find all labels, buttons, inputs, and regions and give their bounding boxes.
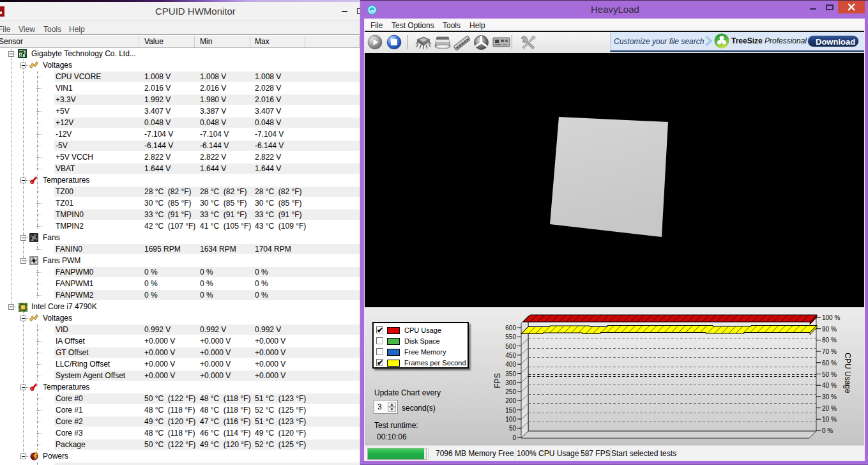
svg-text:300: 300	[505, 379, 516, 386]
svg-text:50 %: 50 %	[822, 371, 837, 378]
svg-text:0: 0	[512, 434, 516, 441]
svg-text:FPS: FPS	[493, 373, 502, 388]
svg-text:350: 350	[505, 370, 516, 377]
svg-text:550: 550	[505, 333, 516, 340]
svg-text:0 %: 0 %	[822, 427, 833, 434]
svg-text:150: 150	[505, 407, 516, 414]
svg-text:250: 250	[505, 388, 516, 395]
svg-text:600: 600	[505, 324, 516, 332]
svg-text:10 %: 10 %	[822, 416, 837, 423]
svg-text:CPU Usage: CPU Usage	[843, 353, 852, 393]
svg-text:100 %: 100 %	[822, 314, 840, 321]
svg-text:30 %: 30 %	[822, 393, 837, 400]
svg-text:20 %: 20 %	[822, 405, 837, 412]
svg-text:200: 200	[505, 397, 516, 404]
svg-text:70 %: 70 %	[822, 348, 837, 355]
svg-text:50: 50	[509, 425, 517, 432]
svg-text:450: 450	[505, 352, 516, 359]
svg-text:100: 100	[505, 416, 516, 423]
svg-text:80 %: 80 %	[822, 337, 837, 344]
svg-text:90 %: 90 %	[822, 326, 837, 333]
svg-text:400: 400	[505, 361, 516, 368]
svg-text:60 %: 60 %	[822, 360, 837, 367]
svg-text:500: 500	[505, 343, 516, 350]
svg-text:40 %: 40 %	[822, 382, 837, 389]
